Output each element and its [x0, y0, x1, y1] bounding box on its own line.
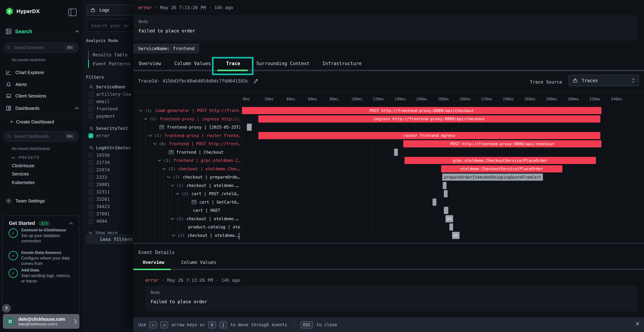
trace-span-row[interactable]: (1)checkout | oteldemo.… [133, 215, 240, 223]
filter-value-label[interactable]: email [96, 99, 110, 104]
details-tab-column-values[interactable]: Column Values [181, 260, 216, 265]
get-started-step[interactable]: ✓Create Data SourcesConfigure where your… [8, 250, 75, 266]
span-duration-bar[interactable]: prepareOrderItemsAndShippingQuoteFromCar… [442, 174, 543, 181]
filter-checkbox-29081[interactable] [88, 182, 94, 187]
trace-span-row[interactable]: (1)checkout | oteldemo.… [133, 182, 240, 190]
filter-checkbox-21734[interactable] [88, 160, 94, 165]
trace-span-row[interactable]: cart | GetCartA… [133, 198, 240, 206]
chevron-down-icon[interactable] [139, 109, 143, 112]
trace-span-row[interactable]: (6)frontend | POST http://front… [133, 140, 240, 148]
filter-value-label[interactable]: 29081 [96, 182, 110, 187]
chevron-down-icon[interactable] [172, 234, 176, 237]
create-dashboard-button[interactable]: + Create Dashboard [10, 119, 54, 125]
analysis-mode-results-table[interactable]: Results Table [93, 52, 128, 58]
chevron-down-icon[interactable] [170, 218, 174, 220]
filter-value-label[interactable]: 33261 [96, 196, 110, 202]
brand-row[interactable]: HyperDX [5, 7, 40, 16]
sidebar-item-chart-explorer[interactable]: Chart Explorer [5, 68, 77, 76]
tab-column-values[interactable]: Column Values [174, 61, 211, 66]
span-duration-bar[interactable] [247, 124, 252, 131]
less-filters-button[interactable]: Less filters [86, 234, 133, 244]
details-tab-overview[interactable]: Overview [143, 260, 164, 265]
arrow-left-key[interactable]: ← [149, 321, 157, 328]
filter-checkbox-33261[interactable] [88, 197, 94, 202]
filter-value-label[interactable]: 4894 [96, 218, 107, 224]
filter-value-label[interactable]: frontend [96, 106, 118, 112]
sidebar-item-client-sessions[interactable]: Client Sessions [5, 92, 77, 100]
get-started-step[interactable]: ✓Add DataStart sending logs, metrics, or… [8, 268, 75, 284]
saved-searches-input[interactable]: Saved Searches ⌘K [4, 42, 78, 53]
filter-value-label[interactable]: 21734 [96, 160, 110, 165]
filter-checkbox-22974[interactable] [88, 168, 94, 172]
get-started-step[interactable]: ✓Connect to ClickHouseSet up your databa… [8, 227, 75, 244]
span-duration-bar[interactable]: POST http://frontend-proxy:8080/api/chec… [242, 107, 602, 114]
event-search-input[interactable]: Search your ev [86, 19, 133, 32]
analysis-mode-event-patterns[interactable]: Event Patterns [93, 61, 130, 66]
trace-span-row[interactable]: (1)frontend | grpc.oteldemo.C… [133, 156, 240, 164]
close-icon[interactable]: × [635, 320, 640, 327]
span-duration-bar[interactable] [444, 190, 448, 197]
tab-surrounding-context[interactable]: Surrounding Context [256, 61, 310, 66]
filter-checkbox-32311[interactable] [88, 190, 94, 194]
j-key[interactable]: j [219, 321, 227, 328]
filter-value-label[interactable]: 32311 [96, 189, 110, 194]
filter-value-label[interactable]: payment [96, 114, 115, 119]
chevron-down-icon[interactable] [176, 192, 180, 195]
filter-checkbox-19350[interactable] [88, 153, 94, 158]
tree-scrollbar-thumb[interactable] [238, 233, 240, 239]
filter-value-label[interactable]: 22974 [96, 167, 110, 172]
span-duration-bar[interactable] [449, 224, 453, 230]
chevron-down-icon[interactable] [153, 142, 157, 145]
saved-dashboards-input[interactable]: Saved Dashboards ⌘K [4, 131, 78, 142]
edit-pencil-icon[interactable] [253, 78, 259, 84]
esc-key[interactable]: ESC [300, 321, 314, 328]
filter-value-label[interactable]: error [96, 133, 110, 138]
preset-dashboard-clickhouse[interactable]: ClickHouse [12, 163, 34, 168]
chevron-down-icon[interactable] [158, 159, 161, 162]
get-started-chevron-up-icon[interactable] [69, 222, 73, 225]
chevron-down-icon[interactable] [148, 134, 152, 137]
trace-span-row[interactable]: (2)cart | POST /oteld… [133, 190, 240, 198]
trace-span-row[interactable]: (7)checkout | prepareOrde… [133, 173, 240, 181]
filter-checkbox-34423[interactable] [88, 204, 94, 209]
filter-value-label[interactable]: artillery-loa [96, 92, 131, 97]
presets-toggle[interactable]: PRESETS [11, 155, 40, 160]
filter-value-label[interactable]: 34423 [96, 204, 110, 209]
filter-checkbox-4894[interactable] [88, 219, 94, 224]
filter-value-label[interactable]: 19350 [96, 152, 110, 158]
trace-span-row[interactable]: cart | HGET [133, 206, 240, 214]
user-menu[interactable]: D dale@clickhouse.com dale@clickhouse.co… [3, 314, 80, 329]
filter-checkbox-37801[interactable] [88, 212, 94, 216]
chevron-down-icon[interactable] [144, 118, 148, 120]
trace-source-select[interactable]: Traces [568, 75, 639, 86]
trace-span-row[interactable]: (1)frontend-proxy | router fronte… [133, 132, 240, 140]
trace-span-row[interactable]: (1)checkout | oteldemo.… [133, 231, 240, 240]
help-button[interactable]: ? [2, 304, 11, 313]
trace-span-row[interactable]: frontend | Checkout [133, 148, 240, 156]
span-duration-bar[interactable]: router frontend egress [258, 132, 600, 139]
k-key[interactable]: k [208, 321, 216, 328]
chevron-down-icon[interactable] [170, 184, 174, 187]
span-duration-bar[interactable]: ot [452, 232, 460, 239]
filter-checkbox-frontend[interactable] [88, 106, 94, 112]
sidebar-item-team-settings[interactable]: Team Settings [5, 198, 45, 204]
trace-span-row[interactable]: frontend-proxy | [2025-05-25T2… [133, 123, 240, 131]
filter-value-label[interactable]: 2333 [96, 174, 107, 180]
span-duration-bar[interactable] [444, 207, 448, 214]
filter-checkbox-artillery-loa[interactable] [88, 92, 94, 97]
chevron-down-icon[interactable] [167, 176, 171, 178]
span-duration-bar[interactable] [432, 198, 436, 206]
trace-span-row[interactable]: (2)frontend-proxy | ingress http://… [133, 115, 240, 123]
search-icon[interactable] [89, 146, 94, 150]
span-duration-bar[interactable]: ingress http://frontend-proxy:8080/api/c… [258, 116, 600, 122]
search-icon[interactable] [89, 84, 94, 89]
source-select[interactable]: Logs [86, 4, 133, 16]
span-duration-bar[interactable]: POST http://frontend-proxy:8080/api/chec… [403, 140, 601, 148]
sidebar-item-alerts[interactable]: Alerts [5, 80, 77, 88]
filter-checkbox-2333[interactable] [88, 175, 94, 180]
search-icon[interactable] [89, 126, 94, 131]
span-duration-bar[interactable]: grpc.oteldemo.CheckoutService/PlaceOrder [404, 157, 596, 164]
search-section-chevron-up-icon[interactable] [75, 30, 80, 33]
filter-checkbox-email[interactable] [88, 99, 94, 104]
filter-checkbox-error[interactable]: ✓ [88, 133, 94, 138]
